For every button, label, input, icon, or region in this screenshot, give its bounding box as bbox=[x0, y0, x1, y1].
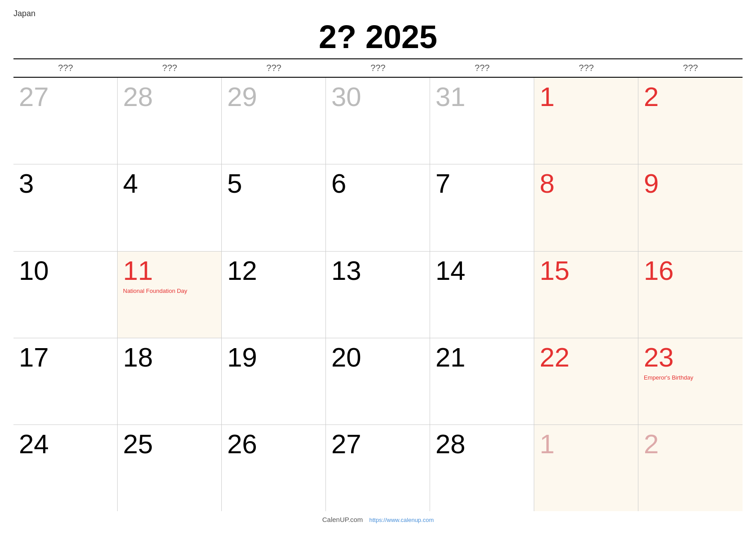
day-cell-1-6: 9 bbox=[638, 164, 743, 251]
day-cell-0-3: 30 bbox=[326, 78, 430, 164]
day-cell-4-3: 27 bbox=[326, 425, 430, 511]
week-row-1: 3456789 bbox=[13, 164, 743, 251]
day-number: 28 bbox=[123, 82, 153, 112]
day-cell-4-0: 24 bbox=[13, 425, 118, 511]
day-header-6: ??? bbox=[638, 59, 743, 77]
day-number: 12 bbox=[227, 256, 257, 286]
day-cell-2-6: 16 bbox=[638, 252, 743, 338]
footer-url[interactable]: https://www.calenup.com bbox=[369, 517, 434, 523]
day-number: 15 bbox=[540, 256, 570, 286]
day-number: 7 bbox=[435, 169, 450, 199]
week-row-2: 1011National Foundation Day1213141516 bbox=[13, 252, 743, 338]
day-number: 6 bbox=[331, 169, 346, 199]
day-number: 27 bbox=[19, 82, 49, 112]
day-number: 25 bbox=[123, 429, 153, 459]
day-cell-2-1: 11National Foundation Day bbox=[118, 252, 222, 338]
day-number: 30 bbox=[331, 82, 361, 112]
holiday-name: Emperor's Birthday bbox=[644, 374, 693, 381]
day-cell-4-2: 26 bbox=[222, 425, 326, 511]
week-row-3: 17181920212223Emperor's Birthday bbox=[13, 338, 743, 425]
day-cell-0-5: 1 bbox=[534, 78, 638, 164]
day-cell-2-4: 14 bbox=[430, 252, 534, 338]
day-cell-1-2: 5 bbox=[222, 164, 326, 251]
holiday-name: National Foundation Day bbox=[123, 287, 187, 295]
day-number: 8 bbox=[540, 169, 554, 199]
month-title: 2? 2025 bbox=[13, 19, 743, 55]
day-header-5: ??? bbox=[534, 59, 638, 77]
day-number: 21 bbox=[435, 343, 466, 372]
day-number: 1 bbox=[540, 429, 554, 459]
day-number: 17 bbox=[19, 343, 49, 372]
day-header-2: ??? bbox=[222, 59, 326, 77]
day-header-0: ??? bbox=[13, 59, 118, 77]
day-header-4: ??? bbox=[430, 59, 534, 77]
day-number: 19 bbox=[227, 343, 257, 372]
day-number: 2 bbox=[644, 429, 659, 459]
day-cell-3-3: 20 bbox=[326, 338, 430, 424]
day-cell-0-6: 2 bbox=[638, 78, 743, 164]
day-cell-0-2: 29 bbox=[222, 78, 326, 164]
day-number: 29 bbox=[227, 82, 257, 112]
week-row-4: 242526272812 bbox=[13, 425, 743, 511]
day-cell-1-0: 3 bbox=[13, 164, 118, 251]
day-number: 23 bbox=[644, 343, 674, 372]
day-number: 18 bbox=[123, 343, 153, 372]
day-headers: ????????????????????? bbox=[13, 59, 743, 78]
day-number: 31 bbox=[435, 82, 466, 112]
day-cell-1-5: 8 bbox=[534, 164, 638, 251]
day-cell-3-6: 23Emperor's Birthday bbox=[638, 338, 743, 424]
day-number: 20 bbox=[331, 343, 361, 372]
day-cell-0-4: 31 bbox=[430, 78, 534, 164]
day-cell-2-5: 15 bbox=[534, 252, 638, 338]
day-number: 24 bbox=[19, 429, 49, 459]
day-number: 27 bbox=[331, 429, 361, 459]
day-cell-3-4: 21 bbox=[430, 338, 534, 424]
footer-brand: CalenUP.com bbox=[322, 516, 363, 523]
day-number: 4 bbox=[123, 169, 138, 199]
day-number: 14 bbox=[435, 256, 466, 286]
day-header-3: ??? bbox=[326, 59, 430, 77]
day-number: 2 bbox=[644, 82, 659, 112]
day-cell-4-1: 25 bbox=[118, 425, 222, 511]
day-cell-2-0: 10 bbox=[13, 252, 118, 338]
day-header-1: ??? bbox=[118, 59, 222, 77]
calendar-page: Japan 2? 2025 ????????????????????? 2728… bbox=[0, 0, 756, 535]
weeks-container: 27282930311234567891011National Foundati… bbox=[13, 78, 743, 511]
day-cell-1-3: 6 bbox=[326, 164, 430, 251]
day-cell-2-2: 12 bbox=[222, 252, 326, 338]
calendar-grid: ????????????????????? 272829303112345678… bbox=[13, 58, 743, 511]
day-cell-0-0: 27 bbox=[13, 78, 118, 164]
footer: CalenUP.com https://www.calenup.com bbox=[13, 511, 743, 526]
day-cell-4-5: 1 bbox=[534, 425, 638, 511]
day-cell-1-4: 7 bbox=[430, 164, 534, 251]
day-cell-3-5: 22 bbox=[534, 338, 638, 424]
day-number: 16 bbox=[644, 256, 674, 286]
day-number: 5 bbox=[227, 169, 242, 199]
week-row-0: 272829303112 bbox=[13, 78, 743, 164]
day-number: 10 bbox=[19, 256, 49, 286]
day-number: 9 bbox=[644, 169, 659, 199]
day-number: 22 bbox=[540, 343, 570, 372]
day-cell-4-6: 2 bbox=[638, 425, 743, 511]
day-number: 11 bbox=[123, 256, 153, 286]
day-cell-0-1: 28 bbox=[118, 78, 222, 164]
day-number: 3 bbox=[19, 169, 34, 199]
day-cell-3-2: 19 bbox=[222, 338, 326, 424]
day-cell-3-0: 17 bbox=[13, 338, 118, 424]
day-cell-4-4: 28 bbox=[430, 425, 534, 511]
day-cell-2-3: 13 bbox=[326, 252, 430, 338]
day-cell-1-1: 4 bbox=[118, 164, 222, 251]
day-cell-3-1: 18 bbox=[118, 338, 222, 424]
day-number: 26 bbox=[227, 429, 257, 459]
country-label: Japan bbox=[13, 9, 743, 18]
day-number: 1 bbox=[540, 82, 554, 112]
day-number: 13 bbox=[331, 256, 361, 286]
day-number: 28 bbox=[435, 429, 466, 459]
